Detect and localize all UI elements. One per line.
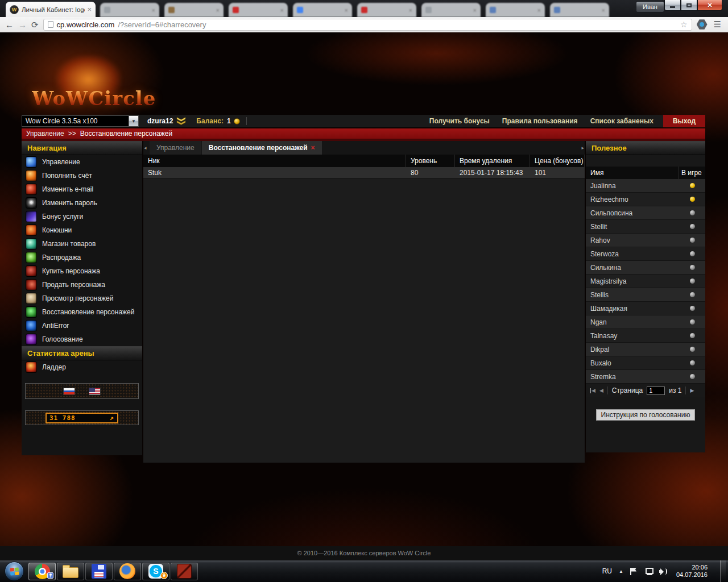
sidebar-item-prosmotr-personazhey[interactable]: Просмотр персонажей [22, 292, 142, 305]
tab-close-icon[interactable]: × [311, 144, 315, 152]
breadcrumb: Управление >> Восстановление персонажей [22, 128, 705, 141]
sidebar-item-ladder[interactable]: Ладдер [22, 360, 142, 374]
player-row[interactable]: Stellis [586, 288, 705, 302]
server-select[interactable]: Wow Circle 3.3.5a x100 ▼ [22, 115, 139, 127]
link-get-bonuses[interactable]: Получить бонусы [429, 117, 490, 125]
chrome-taskbar-button[interactable] [28, 563, 56, 580]
tab-close-icon[interactable]: × [345, 7, 348, 14]
background-tab[interactable]: × [293, 3, 352, 17]
sidebar-item-izmenit-parol[interactable]: Изменить пароль [22, 196, 142, 210]
link-ban-list[interactable]: Список забаненых [590, 117, 653, 125]
player-row[interactable]: Stellit [586, 220, 705, 234]
skype-notification-badge: 9 [160, 572, 168, 579]
extension-icon[interactable] [697, 19, 708, 30]
prev-page-icon[interactable]: ◀ [599, 388, 603, 393]
active-tab[interactable]: W Личный Кабинет: logon.w × [6, 2, 96, 17]
tab-close-icon[interactable]: × [280, 7, 284, 14]
link-user-rules[interactable]: Правила пользования [502, 117, 578, 125]
firefox-taskbar-button[interactable] [114, 563, 141, 580]
explorer-taskbar-button[interactable] [57, 563, 84, 580]
reload-icon[interactable]: ⟳ [31, 20, 39, 29]
address-bar[interactable]: cp.wowcircle.com /?serverId=6#charrecove… [43, 19, 692, 31]
clock[interactable]: 20:06 04.07.2016 [676, 564, 708, 579]
sidebar-item-prodat-personazha[interactable]: Продать персонажа [22, 278, 142, 292]
back-icon[interactable]: ← [5, 20, 14, 29]
sidebar-item-antierror[interactable]: AntiError [22, 319, 142, 332]
next-page-icon[interactable]: ▶ [690, 388, 694, 393]
first-page-icon[interactable]: ◀ [590, 388, 595, 393]
profile-button[interactable]: Иван [636, 1, 664, 13]
background-tab[interactable]: × [164, 3, 224, 17]
start-button[interactable] [5, 562, 24, 581]
tab-close-icon[interactable]: × [87, 6, 92, 13]
page-of: из 1 [669, 386, 681, 394]
logout-button[interactable]: Выход [663, 115, 705, 127]
tab-upravlenie[interactable]: Управление [150, 141, 201, 155]
menu-icon[interactable]: ☰ [714, 19, 721, 30]
sidebar-item-upravlenie[interactable]: Управление [22, 155, 142, 169]
sidebar-item-rasprodazha[interactable]: Распродажа [22, 251, 142, 264]
tab-scroll-left-icon[interactable]: ◂ [144, 145, 147, 151]
language-indicator[interactable]: RU [602, 567, 612, 575]
background-tab[interactable]: × [100, 3, 159, 17]
system-tray: RU ▲ 20:06 04.07.2016 [602, 560, 728, 582]
background-tab[interactable]: × [550, 3, 609, 17]
sidebar-item-golosovanie[interactable]: Голосование [22, 332, 142, 346]
player-row[interactable]: Talnasay [586, 329, 705, 343]
tab-close-icon[interactable]: × [409, 7, 412, 14]
action-center-flag-icon[interactable] [630, 568, 637, 575]
sidebar-item-magazin-tovarov[interactable]: Магазин товаров [22, 237, 142, 251]
visitor-counter[interactable]: 31 788 ↗ [46, 413, 118, 423]
hidden-icons-arrow[interactable]: ▲ [619, 569, 623, 574]
player-row[interactable]: Dikpal [586, 343, 705, 356]
tab-char-recovery[interactable]: Восстановление персонажей × [202, 141, 322, 155]
background-tab[interactable]: × [229, 3, 288, 17]
page-input[interactable] [647, 386, 665, 395]
player-row[interactable]: Rahov [586, 234, 705, 247]
background-tab[interactable]: × [486, 3, 545, 17]
background-tab[interactable]: × [421, 3, 481, 17]
player-row[interactable]: Magistrsilya [586, 275, 705, 288]
tab-close-icon[interactable]: × [152, 7, 155, 14]
sidebar-item-vosstanovlenie-personazhey[interactable]: Восстановление персонажей [22, 305, 142, 319]
sidebar-item-bonus-uslugi[interactable]: Бонус услуги [22, 210, 142, 223]
player-row[interactable]: Шамадикая [586, 302, 705, 315]
wowcircle-logo[interactable]: WoWCircle [28, 54, 154, 119]
sidebar-item-popolnit-schet[interactable]: Пополнить счёт [22, 169, 142, 182]
maximize-button[interactable] [681, 0, 697, 11]
minimize-button[interactable] [664, 0, 681, 11]
tab-close-icon[interactable]: × [473, 7, 477, 14]
player-row[interactable]: Ngan [586, 315, 705, 329]
us-flag-icon[interactable] [89, 388, 101, 395]
voting-instruction-button[interactable]: Инструкция по голосованию [596, 409, 696, 421]
volume-icon[interactable] [659, 568, 668, 575]
sidebar-item-konyushni[interactable]: Конюшни [22, 223, 142, 237]
player-row[interactable]: Buxalo [586, 356, 705, 370]
bookmark-star-icon[interactable]: ☆ [680, 20, 688, 29]
sidebar-item-kupit-personazha[interactable]: Купить персонажа [22, 264, 142, 278]
russian-flag-icon[interactable] [63, 388, 75, 395]
player-row[interactable]: Sterwoza [586, 247, 705, 261]
forward-icon[interactable]: → [18, 20, 27, 29]
dota-taskbar-button[interactable] [171, 563, 198, 580]
player-row[interactable]: Сильпопсина [586, 206, 705, 220]
tab-scroll-right-icon[interactable]: ▸ [581, 145, 584, 151]
tab-close-icon[interactable]: × [602, 7, 605, 14]
divider [246, 117, 247, 125]
close-button[interactable]: ✕ [697, 0, 722, 11]
player-row[interactable]: Jualinna [586, 179, 705, 193]
tab-close-icon[interactable]: × [537, 7, 541, 14]
player-row[interactable]: Rizheechmo [586, 193, 705, 206]
breadcrumb-section[interactable]: Управление [26, 130, 64, 138]
floppy-app-taskbar-button[interactable] [85, 563, 113, 580]
skype-taskbar-button[interactable]: S 9 [142, 563, 169, 580]
server-select-value: Wow Circle 3.3.5a x100 [22, 117, 129, 125]
background-tab[interactable]: × [357, 3, 416, 17]
player-row[interactable]: Stremka [586, 370, 705, 384]
show-desktop-button[interactable] [720, 560, 726, 582]
network-icon[interactable] [644, 568, 652, 575]
sidebar-item-izmenit-email[interactable]: Изменить e-mail [22, 182, 142, 196]
player-row[interactable]: Силькина [586, 261, 705, 275]
table-row[interactable]: Stuk 80 2015-01-17 18:15:43 101 [143, 167, 585, 178]
tab-close-icon[interactable]: × [216, 7, 220, 14]
